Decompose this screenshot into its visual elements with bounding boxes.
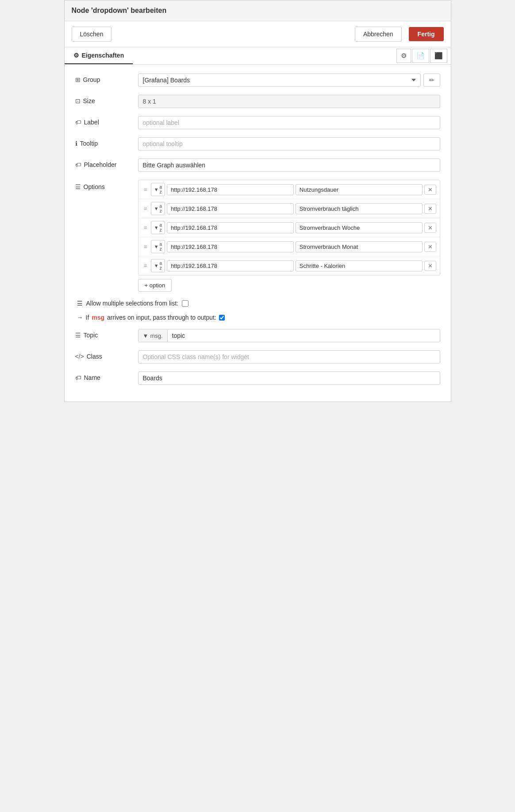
drag-handle-icon: ≡ bbox=[142, 186, 149, 193]
tab-properties[interactable]: ⚙ Eigenschaften bbox=[65, 47, 133, 64]
topic-input[interactable] bbox=[168, 329, 440, 342]
option-sort-button[interactable]: ▼ az bbox=[151, 259, 165, 272]
label-control bbox=[138, 116, 440, 129]
option-label-input[interactable] bbox=[296, 203, 423, 214]
topic-prefix-arrow: ▼ bbox=[143, 333, 149, 339]
drag-handle-icon: ≡ bbox=[142, 262, 149, 269]
option-delete-button[interactable]: ✕ bbox=[424, 204, 436, 214]
placeholder-row: 🏷 Placeholder bbox=[75, 159, 440, 172]
group-label: ⊞ Group bbox=[75, 73, 133, 83]
options-list: ≡ ▼ az ✕ ≡ ▼ az ✕ ≡ ▼ az ✕ ≡ ▼ az ✕ bbox=[138, 180, 440, 275]
option-value-input[interactable] bbox=[167, 241, 294, 252]
chevron-down-icon: ▼ bbox=[154, 187, 159, 192]
label-input[interactable] bbox=[138, 116, 440, 129]
option-value-input[interactable] bbox=[167, 203, 294, 214]
tabs-bar: ⚙ Eigenschaften ⚙ 📄 ⬛ bbox=[65, 47, 451, 65]
tab-layout-icon-button[interactable]: ⬛ bbox=[430, 49, 447, 63]
az-icon: az bbox=[160, 261, 162, 271]
delete-button[interactable]: Löschen bbox=[72, 27, 112, 42]
group-icon: ⊞ bbox=[75, 76, 81, 83]
group-select[interactable]: [Grafana] Boards bbox=[138, 73, 421, 87]
tab-icons: ⚙ 📄 ⬛ bbox=[396, 49, 451, 63]
msg-pass-before: If bbox=[86, 314, 89, 321]
az-icon: az bbox=[160, 185, 162, 194]
option-delete-button[interactable]: ✕ bbox=[424, 242, 436, 252]
group-row: ⊞ Group [Grafana] Boards ✏ bbox=[75, 73, 440, 87]
drag-handle-icon: ≡ bbox=[142, 205, 149, 212]
name-input[interactable] bbox=[138, 371, 440, 385]
topic-row: ☰ Topic ▼ msg. bbox=[75, 329, 440, 342]
option-value-input[interactable] bbox=[167, 222, 294, 233]
option-label-input[interactable] bbox=[296, 260, 423, 271]
option-label-input[interactable] bbox=[296, 241, 423, 252]
toolbar: Löschen Abbrechen Fertig bbox=[65, 21, 451, 47]
table-row: ≡ ▼ az ✕ bbox=[138, 256, 440, 275]
options-row: ☰ Options ≡ ▼ az ✕ ≡ ▼ az ✕ ≡ ▼ az bbox=[75, 180, 440, 292]
size-label: ⊡ Size bbox=[75, 95, 133, 104]
az-icon: az bbox=[160, 223, 162, 232]
label-label: 🏷 Label bbox=[75, 116, 133, 126]
table-row: ≡ ▼ az ✕ bbox=[138, 199, 440, 218]
topic-icon: ☰ bbox=[75, 332, 81, 339]
msg-keyword: msg bbox=[92, 314, 104, 321]
topic-prefix: ▼ msg. bbox=[138, 330, 168, 342]
option-sort-button[interactable]: ▼ az bbox=[151, 183, 165, 196]
group-edit-button[interactable]: ✏ bbox=[423, 73, 440, 87]
tooltip-input[interactable] bbox=[138, 137, 440, 151]
option-label-input[interactable] bbox=[296, 184, 423, 195]
msg-pass-checkbox[interactable] bbox=[219, 315, 225, 321]
class-input[interactable] bbox=[138, 350, 440, 363]
options-label: ☰ Options bbox=[75, 180, 133, 190]
placeholder-input[interactable] bbox=[138, 159, 440, 172]
label-row: 🏷 Label bbox=[75, 116, 440, 129]
size-row: ⊡ Size bbox=[75, 95, 440, 108]
size-control bbox=[138, 95, 440, 108]
option-delete-button[interactable]: ✕ bbox=[424, 261, 436, 271]
table-row: ≡ ▼ az ✕ bbox=[138, 218, 440, 237]
option-value-input[interactable] bbox=[167, 260, 294, 271]
cancel-button[interactable]: Abbrechen bbox=[355, 27, 402, 42]
option-value-input[interactable] bbox=[167, 184, 294, 195]
name-control bbox=[138, 371, 440, 385]
placeholder-label: 🏷 Placeholder bbox=[75, 159, 133, 168]
allow-multiple-checkbox[interactable] bbox=[182, 300, 188, 307]
az-icon: az bbox=[160, 204, 162, 213]
option-sort-button[interactable]: ▼ az bbox=[151, 240, 165, 253]
name-label: 🏷 Name bbox=[75, 371, 133, 381]
topic-control: ▼ msg. bbox=[138, 329, 440, 342]
form-body: ⊞ Group [Grafana] Boards ✏ ⊡ Size � bbox=[65, 65, 451, 402]
name-icon: 🏷 bbox=[75, 374, 81, 381]
option-delete-button[interactable]: ✕ bbox=[424, 223, 436, 233]
placeholder-icon: 🏷 bbox=[75, 161, 81, 168]
drag-handle-icon: ≡ bbox=[142, 224, 149, 231]
tab-settings-icon-button[interactable]: ⚙ bbox=[396, 49, 411, 63]
placeholder-control bbox=[138, 159, 440, 172]
chevron-down-icon: ▼ bbox=[154, 244, 159, 249]
option-label-input[interactable] bbox=[296, 222, 423, 233]
size-input[interactable] bbox=[138, 95, 440, 108]
option-delete-button[interactable]: ✕ bbox=[424, 185, 436, 195]
table-row: ≡ ▼ az ✕ bbox=[138, 237, 440, 256]
option-sort-button[interactable]: ▼ az bbox=[151, 221, 165, 234]
group-control: [Grafana] Boards ✏ bbox=[138, 73, 440, 87]
allow-multiple-icon: ☰ bbox=[77, 300, 83, 307]
name-row: 🏷 Name bbox=[75, 371, 440, 385]
allow-multiple-row: ☰ Allow multiple selections from list: bbox=[75, 300, 440, 307]
chevron-down-icon: ▼ bbox=[154, 225, 159, 230]
msg-pass-after: arrives on input, pass through to output… bbox=[107, 314, 216, 321]
tab-doc-icon-button[interactable]: 📄 bbox=[412, 49, 429, 63]
gear-icon: ⚙ bbox=[73, 52, 79, 59]
add-option-button[interactable]: + option bbox=[138, 279, 172, 292]
size-icon: ⊡ bbox=[75, 97, 81, 104]
done-button[interactable]: Fertig bbox=[409, 27, 444, 41]
tooltip-control bbox=[138, 137, 440, 151]
tab-properties-label: Eigenschaften bbox=[82, 52, 124, 59]
option-sort-button[interactable]: ▼ az bbox=[151, 202, 165, 215]
class-label: </> Class bbox=[75, 350, 133, 360]
tooltip-icon: ℹ bbox=[75, 140, 77, 147]
options-control: ≡ ▼ az ✕ ≡ ▼ az ✕ ≡ ▼ az ✕ ≡ ▼ az ✕ bbox=[138, 180, 440, 292]
tooltip-row: ℹ Tooltip bbox=[75, 137, 440, 151]
table-row: ≡ ▼ az ✕ bbox=[138, 180, 440, 199]
class-control bbox=[138, 350, 440, 363]
msg-pass-row: → If msg arrives on input, pass through … bbox=[75, 314, 440, 321]
